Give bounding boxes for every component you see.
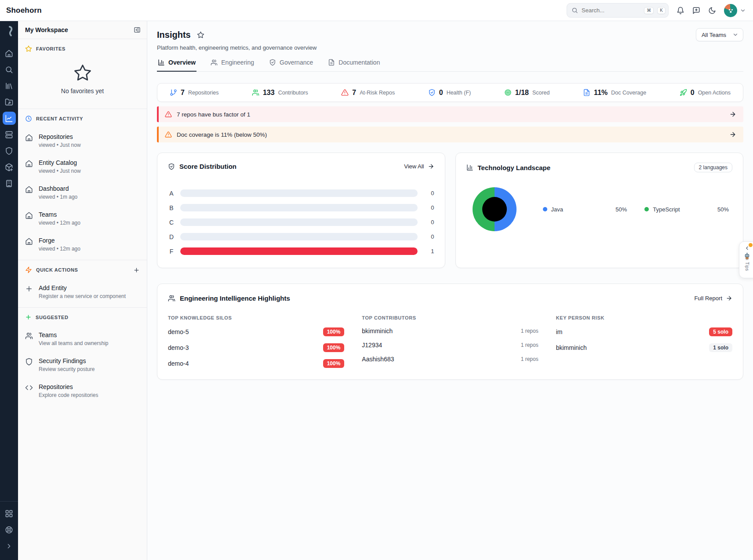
stat-label: Open Actions	[698, 90, 731, 96]
engineering-highlights-card: Engineering Intelligence Highlights Full…	[157, 284, 743, 380]
team-filter-value: All Teams	[702, 32, 726, 38]
building-icon	[5, 179, 13, 188]
rail-expand-button[interactable]	[3, 539, 16, 553]
rail-insights-button[interactable]	[3, 112, 16, 125]
message-plus-icon	[692, 7, 700, 15]
silo-row[interactable]: demo-3 100%	[168, 343, 344, 352]
stat-value: 7	[352, 89, 356, 97]
quick-actions-section: QUICK ACTIONS Add EntityRegister a new s…	[18, 260, 147, 308]
search-input[interactable]	[582, 7, 640, 14]
home-icon	[25, 237, 33, 245]
risk-row[interactable]: im 5 solo	[556, 327, 732, 336]
tab-engineering[interactable]: Engineering	[210, 59, 255, 72]
score-grade-label: D	[168, 233, 175, 240]
notifications-button[interactable]	[677, 7, 684, 15]
recent-item-entity-catalog[interactable]: Entity Catalogviewed • Just now	[25, 159, 140, 174]
score-row-f: F 1	[168, 247, 434, 255]
notification-dot	[749, 243, 753, 247]
recent-item-title: Teams	[39, 211, 57, 218]
risk-person-name: im	[556, 328, 563, 335]
rail-security-button[interactable]	[3, 144, 16, 157]
risk-solo-badge: 5 solo	[709, 327, 732, 336]
dark-mode-toggle[interactable]	[708, 7, 716, 15]
suggested-item-repositories[interactable]: RepositoriesExplore code repositories	[25, 383, 140, 398]
legend-dot	[644, 207, 649, 211]
tab-overview[interactable]: Overview	[157, 59, 196, 72]
contributor-name: bkimminich	[362, 327, 393, 335]
full-report-button[interactable]: Full Report	[694, 295, 732, 302]
tab-label: Documentation	[338, 59, 380, 66]
contributor-row[interactable]: J12934 1 repos	[362, 342, 538, 349]
stat-value: 0	[691, 89, 695, 97]
rail-search-button[interactable]	[3, 63, 16, 76]
avatar[interactable]	[724, 4, 737, 17]
collapse-sidebar-button[interactable]	[134, 26, 141, 33]
quick-actions-label: QUICK ACTIONS	[36, 267, 78, 273]
stat-value: 1/18	[515, 89, 529, 97]
silo-row[interactable]: demo-4 100%	[168, 359, 344, 368]
legend-dot	[543, 207, 547, 211]
risk-row[interactable]: bkimminich 1 solo	[556, 343, 732, 352]
key-person-risk-column: KEY PERSON RISK im 5 solo bkimminich 1 s…	[556, 315, 732, 368]
moon-icon	[708, 7, 716, 15]
score-bar-fill	[180, 247, 418, 255]
contributor-row[interactable]: Aashish683 1 repos	[362, 356, 538, 363]
silo-name: demo-3	[168, 344, 189, 351]
tab-governance[interactable]: Governance	[268, 59, 314, 72]
score-bar-track	[180, 189, 418, 197]
document-icon	[328, 59, 335, 66]
favorites-empty-state: No favorites yet	[25, 52, 140, 101]
silo-row[interactable]: demo-5 100%	[168, 327, 344, 336]
suggested-item-security-findings[interactable]: Security FindingsReview security posture	[25, 357, 140, 372]
stat-at-risk-repos: 7 At-Risk Repos	[341, 89, 395, 97]
tab-documentation[interactable]: Documentation	[327, 59, 381, 72]
score-distribution-card: Score Distribution View All A 0 B	[157, 153, 445, 268]
quick-action-title: Add Entity	[39, 284, 67, 291]
tech-donut	[473, 187, 517, 231]
recent-item-forge[interactable]: Forgeviewed • 12m ago	[25, 236, 140, 252]
contributor-repos: 1 repos	[521, 356, 538, 362]
users-icon	[211, 59, 218, 66]
rail-organization-button[interactable]	[3, 177, 16, 190]
feedback-button[interactable]	[692, 7, 700, 15]
score-grade-label: C	[168, 219, 175, 226]
rail-catalog-button[interactable]	[3, 79, 16, 92]
rail-apps-button[interactable]	[3, 507, 16, 520]
recent-activity-label: RECENT ACTIVITY	[36, 116, 83, 121]
score-card-title: Score Distribution	[179, 163, 236, 170]
shortcut-cmd-key: ⌘	[644, 7, 654, 14]
page-title: Insights	[157, 30, 191, 40]
stat-label: Repositories	[188, 90, 218, 96]
score-row-d: D 0	[168, 233, 434, 240]
languages-count-badge: 2 languages	[694, 163, 732, 172]
suggested-item-teams[interactable]: TeamsView all teams and ownership	[25, 331, 140, 346]
alert-doc-coverage[interactable]: Doc coverage is 11% (below 50%)	[157, 127, 743, 142]
plus-icon	[25, 285, 33, 293]
team-filter-select[interactable]: All Teams	[696, 28, 743, 41]
view-all-button[interactable]: View All	[404, 163, 434, 170]
tips-flyout[interactable]: Tips	[739, 241, 753, 278]
suggested-section: SUGGESTED TeamsView all teams and owners…	[18, 308, 147, 406]
add-quick-action-button[interactable]	[133, 267, 140, 273]
quick-action-add-entity[interactable]: Add EntityRegister a new service or comp…	[25, 284, 140, 299]
search-box[interactable]: ⌘ K	[567, 3, 669, 18]
rail-services-button[interactable]	[3, 128, 16, 141]
recent-item-dashboard[interactable]: Dashboardviewed • 1m ago	[25, 185, 140, 200]
topbar: Shoehorn ⌘ K	[0, 0, 753, 21]
stat-value: 0	[439, 89, 443, 97]
recent-item-teams[interactable]: Teamsviewed • 12m ago	[25, 211, 140, 226]
rail-help-button[interactable]	[3, 523, 16, 536]
recent-item-repositories[interactable]: Repositoriesviewed • Just now	[25, 133, 140, 148]
alert-triangle-icon	[341, 89, 349, 96]
legend-percent: 50%	[615, 206, 627, 213]
user-menu[interactable]	[724, 4, 746, 17]
workspace-sidebar: My Workspace FAVORITES No favorites yet	[18, 21, 147, 560]
rail-home-button[interactable]	[3, 47, 16, 60]
score-bar-track	[180, 247, 418, 255]
rail-repositories-button[interactable]	[3, 95, 16, 109]
contributor-row[interactable]: bkimminich 1 repos	[362, 327, 538, 335]
favorite-page-button[interactable]	[197, 31, 204, 39]
rail-packages-button[interactable]	[3, 160, 16, 174]
alert-bus-factor[interactable]: 7 repos have bus factor of 1	[157, 106, 743, 122]
stat-value: 7	[181, 89, 185, 97]
